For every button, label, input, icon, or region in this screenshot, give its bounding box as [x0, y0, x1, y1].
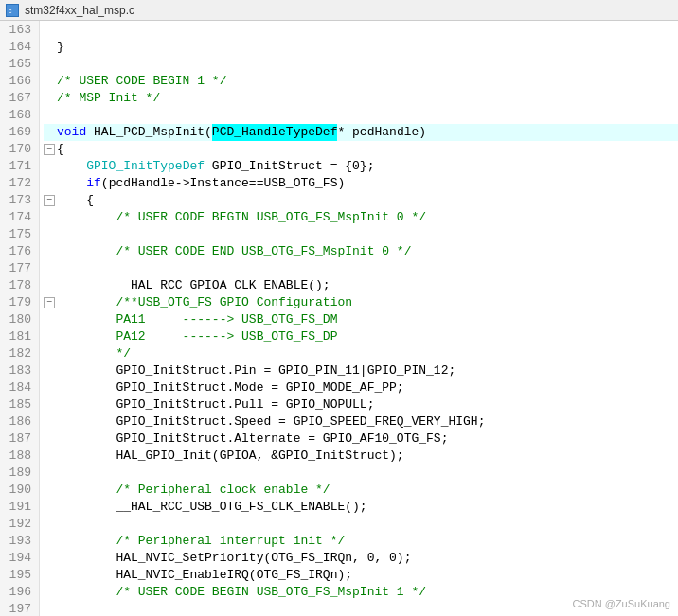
title-bar: c stm32f4xx_hal_msp.c	[0, 0, 678, 21]
code-line: − {	[44, 192, 678, 209]
code-line: HAL_GPIO_Init(GPIOA, &GPIO_InitStruct);	[44, 448, 678, 465]
code-line	[44, 56, 678, 73]
line-number: 196	[4, 584, 31, 601]
line-numbers: 1631641651661671681691701711721731741751…	[0, 21, 40, 616]
line-number: 183	[4, 362, 31, 379]
code-line: GPIO_InitTypeDef GPIO_InitStruct = {0};	[44, 158, 678, 175]
code-line: if(pcdHandle->Instance==USB_OTG_FS)	[44, 175, 678, 192]
code-line: /* MSP Init */	[44, 90, 678, 107]
line-number: 187	[4, 431, 31, 448]
line-number: 179	[4, 294, 31, 311]
code-line: /* USER CODE BEGIN USB_OTG_FS_MspInit 0 …	[44, 209, 678, 226]
line-number: 167	[4, 90, 31, 107]
fold-icon[interactable]: −	[44, 297, 55, 308]
line-number: 177	[4, 260, 31, 277]
code-line: GPIO_InitStruct.Alternate = GPIO_AF10_OT…	[44, 431, 678, 448]
code-line: /* USER CODE BEGIN 1 */	[44, 73, 678, 90]
code-line: HAL_NVIC_SetPriority(OTG_FS_IRQn, 0, 0);	[44, 550, 678, 567]
code-line: /* Peripheral interrupt init */	[44, 533, 678, 550]
code-line: GPIO_InitStruct.Speed = GPIO_SPEED_FREQ_…	[44, 414, 678, 431]
fold-icon[interactable]: −	[44, 195, 55, 206]
code-line	[44, 465, 678, 482]
line-number: 176	[4, 243, 31, 260]
line-number: 186	[4, 414, 31, 431]
line-number: 173	[4, 192, 31, 209]
line-number: 174	[4, 209, 31, 226]
file-icon: c	[6, 4, 19, 17]
fold-icon[interactable]: −	[44, 144, 55, 155]
line-number: 166	[4, 73, 31, 90]
line-number: 170	[4, 141, 31, 158]
line-number: 181	[4, 328, 31, 345]
line-number: 188	[4, 448, 31, 465]
line-number: 165	[4, 56, 31, 73]
code-line	[44, 226, 678, 243]
code-line: __HAL_RCC_USB_OTG_FS_CLK_ENABLE();	[44, 499, 678, 516]
line-number: 169	[4, 124, 31, 141]
line-number: 189	[4, 465, 31, 482]
code-line	[44, 107, 678, 124]
line-number: 194	[4, 550, 31, 567]
line-number: 163	[4, 22, 31, 39]
code-line: GPIO_InitStruct.Pull = GPIO_NOPULL;	[44, 396, 678, 414]
code-line: PA11 ------> USB_OTG_FS_DM	[44, 311, 678, 328]
line-number: 185	[4, 396, 31, 414]
code-line: −{	[44, 141, 678, 158]
code-line: void HAL_PCD_MspInit(PCD_HandleTypeDef* …	[44, 124, 678, 141]
code-line: /* Peripheral clock enable */	[44, 482, 678, 499]
code-line: /* USER CODE END USB_OTG_FS_MspInit 0 */	[44, 243, 678, 260]
code-line: __HAL_RCC_GPIOA_CLK_ENABLE();	[44, 277, 678, 294]
line-number: 171	[4, 158, 31, 175]
line-number: 192	[4, 516, 31, 533]
line-number: 184	[4, 379, 31, 396]
code-line: GPIO_InitStruct.Pin = GPIO_PIN_11|GPIO_P…	[44, 362, 678, 379]
line-number: 195	[4, 567, 31, 584]
line-number: 193	[4, 533, 31, 550]
line-number: 197	[4, 601, 31, 616]
code-line: PA12 ------> USB_OTG_FS_DP	[44, 328, 678, 345]
code-line	[44, 260, 678, 277]
code-line	[44, 22, 678, 39]
code-content: }/* USER CODE BEGIN 1 *//* MSP Init */vo…	[40, 21, 678, 616]
line-number: 172	[4, 175, 31, 192]
line-number: 175	[4, 226, 31, 243]
line-number: 191	[4, 499, 31, 516]
code-line: }	[44, 39, 678, 56]
filename: stm32f4xx_hal_msp.c	[25, 4, 134, 17]
code-line: */	[44, 345, 678, 362]
code-area: 1631641651661671681691701711721731741751…	[0, 21, 678, 616]
line-number: 180	[4, 311, 31, 328]
line-number: 190	[4, 482, 31, 499]
watermark: CSDN @ZuSuKuang	[573, 595, 671, 612]
svg-text:c: c	[9, 8, 12, 14]
code-line: GPIO_InitStruct.Mode = GPIO_MODE_AF_PP;	[44, 379, 678, 396]
line-number: 164	[4, 39, 31, 56]
code-line	[44, 516, 678, 533]
line-number: 182	[4, 345, 31, 362]
line-number: 168	[4, 107, 31, 124]
line-number: 178	[4, 277, 31, 294]
code-line: HAL_NVIC_EnableIRQ(OTG_FS_IRQn);	[44, 567, 678, 584]
code-line: − /**USB_OTG_FS GPIO Configuration	[44, 294, 678, 311]
